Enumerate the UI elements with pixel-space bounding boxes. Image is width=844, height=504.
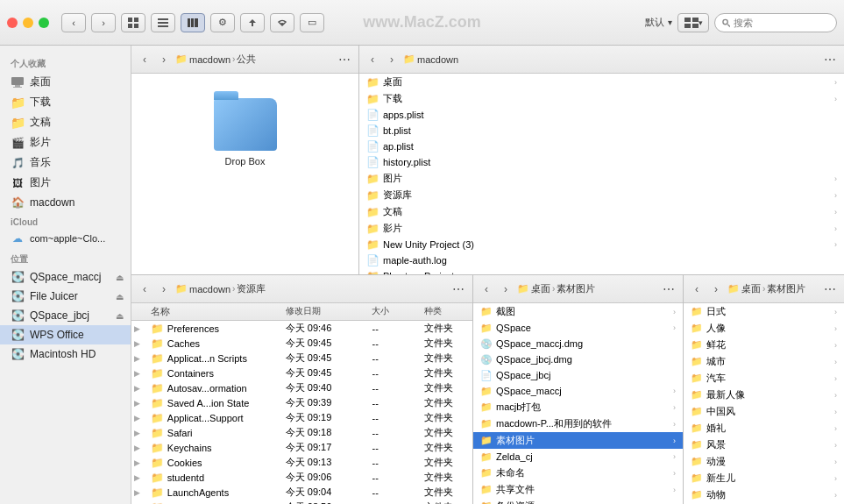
list-view-button[interactable]: [151, 13, 175, 32]
pane-menu-icon[interactable]: ⋯: [821, 51, 839, 68]
list-item[interactable]: 📁 桌面 ›: [359, 74, 844, 90]
list-item[interactable]: 📁 新生儿 ›: [684, 470, 844, 486]
list-item[interactable]: 📁 动漫 ›: [684, 453, 844, 470]
list-item[interactable]: 📁 PhpstormProjects ›: [359, 268, 844, 274]
list-item[interactable]: 📁 Zelda_cj ›: [473, 449, 683, 465]
breadcrumb-macdown[interactable]: 📁 macdown: [175, 53, 231, 65]
breadcrumb-library[interactable]: 资源库: [237, 282, 266, 295]
table-row[interactable]: ▶ 📁 PreferencePanes 今天 08:56 -- 文件夹: [131, 500, 472, 504]
sidebar-item-movies[interactable]: 🎬 影片: [0, 132, 131, 153]
view-options[interactable]: 默认 ▾: [645, 16, 672, 29]
sidebar-item-desktop[interactable]: 桌面: [0, 72, 131, 92]
list-item[interactable]: 📁 备份资源 ›: [473, 498, 683, 504]
list-item[interactable]: 📁 New Unity Project (3) ›: [359, 237, 844, 252]
nav-back-icon[interactable]: ‹: [137, 281, 152, 297]
list-item[interactable]: 📁 图片 ›: [359, 170, 844, 187]
nav-forward-icon[interactable]: ›: [498, 281, 514, 297]
list-item[interactable]: 📁 动物 ›: [684, 486, 844, 503]
list-item[interactable]: 📁 影片 ›: [359, 220, 844, 237]
table-row[interactable]: ▶ 📁 Applicat...n Scripts 今天 09:45 -- 文件夹: [131, 351, 472, 366]
table-row[interactable]: ▶ 📁 LaunchAgents 今天 09:04 -- 文件夹: [131, 485, 472, 500]
table-row[interactable]: ▶ 📁 Keychains 今天 09:17 -- 文件夹: [131, 440, 472, 455]
list-item[interactable]: 📁 日式 ›: [684, 303, 844, 320]
sidebar-item-file-juicer[interactable]: 💽 File Juicer ⏏: [0, 287, 131, 306]
search-box[interactable]: [714, 13, 837, 32]
sidebar-item-icloud[interactable]: ☁ com~apple~Clo...: [0, 229, 131, 248]
list-item[interactable]: 📁 城市 ›: [684, 353, 844, 370]
list-item[interactable]: 📁 文稿 ›: [359, 203, 844, 220]
list-item[interactable]: 💿 QSpace_maccj.dmg: [473, 336, 683, 351]
sidebar-item-downloads[interactable]: 📁 下载: [0, 92, 131, 112]
list-item[interactable]: 📄 QSpace_jbcj: [473, 367, 683, 383]
list-item[interactable]: 📁 人像 ›: [684, 320, 844, 337]
list-item[interactable]: 📁 截图 ›: [473, 303, 683, 320]
top-right-file-list[interactable]: 📁 桌面 ›📁 下载 ›📄 apps.plist 📄 bt.plist 📄 ap…: [359, 74, 844, 274]
list-item[interactable]: 📁 汽车 ›: [684, 370, 844, 387]
close-button[interactable]: [7, 18, 18, 28]
breadcrumb-macdown2[interactable]: 📁 macdown: [403, 53, 458, 65]
nav-back-button[interactable]: ‹: [61, 13, 86, 32]
pane-menu-icon[interactable]: ⋯: [336, 51, 353, 68]
list-item[interactable]: 📁 macdown-P...和用到的软件 ›: [473, 415, 683, 432]
sidebar-item-macintosh-hd[interactable]: 💽 Macintosh HD: [0, 344, 131, 364]
icon-view[interactable]: Drop Box: [131, 74, 358, 274]
column-view-button[interactable]: [181, 13, 205, 32]
wifi-button[interactable]: [270, 13, 294, 32]
breadcrumb-desktop2[interactable]: 📁 桌面: [727, 282, 761, 295]
table-row[interactable]: ▶ 📁 Containers 今天 09:45 -- 文件夹: [131, 366, 472, 380]
search-input[interactable]: [734, 18, 829, 28]
pane-menu-icon[interactable]: ⋯: [821, 280, 839, 298]
settings-button[interactable]: ⚙: [210, 13, 235, 32]
list-item[interactable]: 📁 QSpace ›: [473, 320, 683, 336]
nav-forward-button[interactable]: ›: [91, 13, 116, 32]
list-item[interactable]: 📄 history.plist: [359, 154, 844, 170]
nav-back-icon[interactable]: ‹: [689, 281, 705, 297]
eject-icon[interactable]: ⏏: [116, 273, 124, 282]
list-item[interactable]: 💿 QSpace_jbcj.dmg: [473, 351, 683, 367]
list-item[interactable]: 📁 鲜花 ›: [684, 337, 844, 353]
list-item[interactable]: 📁 风景 ›: [684, 437, 844, 453]
sidebar-item-documents[interactable]: 📁 文稿: [0, 112, 131, 132]
drop-box-item[interactable]: Drop Box: [207, 91, 284, 174]
nav-forward-icon[interactable]: ›: [156, 52, 172, 67]
share-button[interactable]: [240, 13, 265, 32]
bottom-middle-list[interactable]: 📁 截图 ›📁 QSpace ›💿 QSpace_maccj.dmg 💿 QSp…: [473, 303, 683, 504]
list-item[interactable]: 📁 macjb打包 ›: [473, 399, 683, 415]
list-item[interactable]: 📁 最新人像 ›: [684, 387, 844, 403]
list-item[interactable]: 📁 共享文件 ›: [473, 481, 683, 498]
table-row[interactable]: ▶ 📁 studentd 今天 09:06 -- 文件夹: [131, 470, 472, 485]
grid-view-button[interactable]: [121, 13, 145, 32]
list-item[interactable]: 📁 QSpace_maccj ›: [473, 383, 683, 399]
grid-layout-button[interactable]: ▾: [677, 13, 709, 32]
sidebar-item-pictures[interactable]: 🖼 图片: [0, 173, 131, 193]
sidebar-item-music[interactable]: 🎵 音乐: [0, 153, 131, 173]
view-dropdown-icon[interactable]: ▾: [668, 18, 672, 27]
bottom-left-file-list[interactable]: ▶ 📁 Preferences 今天 09:46 -- 文件夹 ▶ 📁 Cach…: [131, 321, 472, 504]
table-row[interactable]: ▶ 📁 Applicat...Support 今天 09:19 -- 文件夹: [131, 410, 472, 425]
nav-back-icon[interactable]: ‹: [137, 52, 152, 67]
list-item[interactable]: 📄 apps.plist: [359, 107, 844, 123]
list-item[interactable]: 📁 资源库 ›: [359, 187, 844, 203]
table-row[interactable]: ▶ 📁 Saved A...ion State 今天 09:39 -- 文件夹: [131, 395, 472, 410]
list-item[interactable]: 📁 下载 ›: [359, 90, 844, 107]
sidebar-item-macdown[interactable]: 🏠 macdown: [0, 193, 131, 212]
breadcrumb-materials[interactable]: 素材图片: [557, 282, 595, 295]
nav-forward-icon[interactable]: ›: [708, 281, 724, 297]
list-item[interactable]: 📄 ap.plist: [359, 138, 844, 154]
list-item[interactable]: 📁 婚礼 ›: [684, 420, 844, 437]
minimize-button[interactable]: [23, 18, 33, 28]
display-button[interactable]: ▭: [300, 13, 324, 32]
breadcrumb-desktop[interactable]: 📁 桌面: [517, 282, 550, 295]
list-item[interactable]: 📁 中国风 ›: [684, 403, 844, 420]
table-row[interactable]: ▶ 📁 Preferences 今天 09:46 -- 文件夹: [131, 321, 472, 336]
bottom-right-list[interactable]: 📁 日式 ›📁 人像 ›📁 鲜花 ›📁 城市 ›📁 汽车 ›📁 最新人像 ›📁 …: [684, 303, 844, 504]
breadcrumb-public[interactable]: 公共: [237, 53, 256, 66]
nav-back-icon[interactable]: ‹: [479, 281, 494, 297]
pane-menu-icon[interactable]: ⋯: [660, 280, 677, 298]
table-row[interactable]: ▶ 📁 Cookies 今天 09:13 -- 文件夹: [131, 455, 472, 470]
sidebar-item-qspace-jbcj[interactable]: 💽 QSpace_jbcj ⏏: [0, 306, 131, 325]
eject-icon[interactable]: ⏏: [116, 292, 124, 302]
table-row[interactable]: ▶ 📁 Autosav...ormation 今天 09:40 -- 文件夹: [131, 380, 472, 395]
sidebar-item-wps-office[interactable]: 💽 WPS Office: [0, 325, 131, 344]
eject-icon[interactable]: ⏏: [116, 311, 124, 321]
